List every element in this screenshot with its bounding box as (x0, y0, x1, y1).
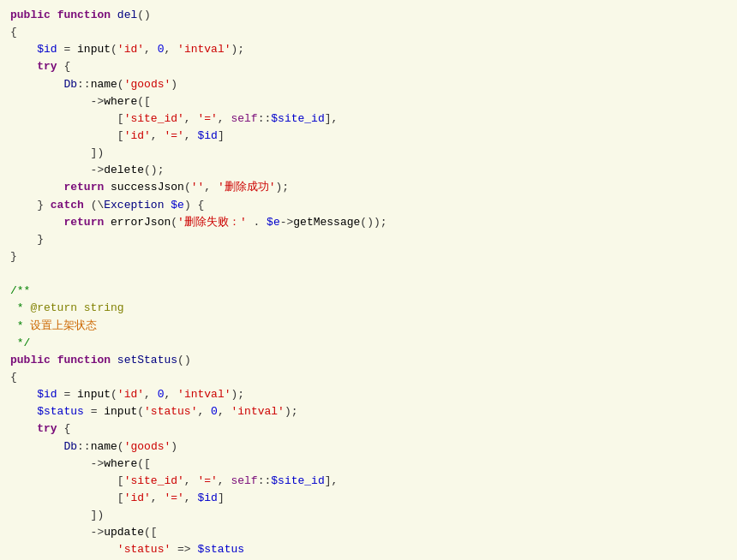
code-line-14: } (10, 231, 727, 248)
code-line-15: } (10, 248, 727, 265)
code-line-5: Db::name('goods') (10, 76, 727, 93)
code-line-28: ['site_id', '=', self::$site_id], (10, 473, 727, 490)
code-line-1: public function del() (10, 7, 727, 24)
code-line-29: ['id', '=', $id] (10, 490, 727, 507)
code-line-31: ->update([ (10, 524, 727, 541)
code-line-20: */ (10, 335, 727, 352)
code-line-7: ['site_id', '=', self::$site_id], (10, 110, 727, 128)
code-line-3: $id = input('id', 0, 'intval'); (10, 41, 727, 58)
code-line-6: ->where([ (10, 93, 727, 110)
code-line-26: Db::name('goods') (10, 438, 727, 456)
code-line-27: ->where([ (10, 456, 727, 473)
code-line-16 (10, 265, 727, 283)
code-line-8: ['id', '=', $id] (10, 128, 727, 145)
code-line-10: ->delete(); (10, 162, 727, 179)
code-line-25: try { (10, 420, 727, 438)
code-line-13: return errorJson('删除失败：' . $e->getMessag… (10, 214, 727, 231)
code-line-12: } catch (\Exception $e) { (10, 197, 727, 214)
code-line-30: ]) (10, 507, 727, 524)
code-container: public function del() { $id = input('id'… (0, 0, 737, 560)
code-line-21: public function setStatus() (10, 352, 727, 369)
code-line-11: return successJson('', '删除成功'); (10, 179, 727, 196)
code-line-22: { (10, 369, 727, 386)
code-line-23: $id = input('id', 0, 'intval'); (10, 386, 727, 403)
code-line-32: 'status' => $status (10, 541, 727, 558)
code-line-2: { (10, 24, 727, 41)
code-line-17: /** (10, 283, 727, 300)
code-line-18: * @return string (10, 300, 727, 317)
code-line-19: * 设置上架状态 (10, 318, 727, 335)
code-line-24: $status = input('status', 0, 'intval'); (10, 403, 727, 420)
code-line-4: try { (10, 58, 727, 75)
code-line-9: ]) (10, 145, 727, 162)
